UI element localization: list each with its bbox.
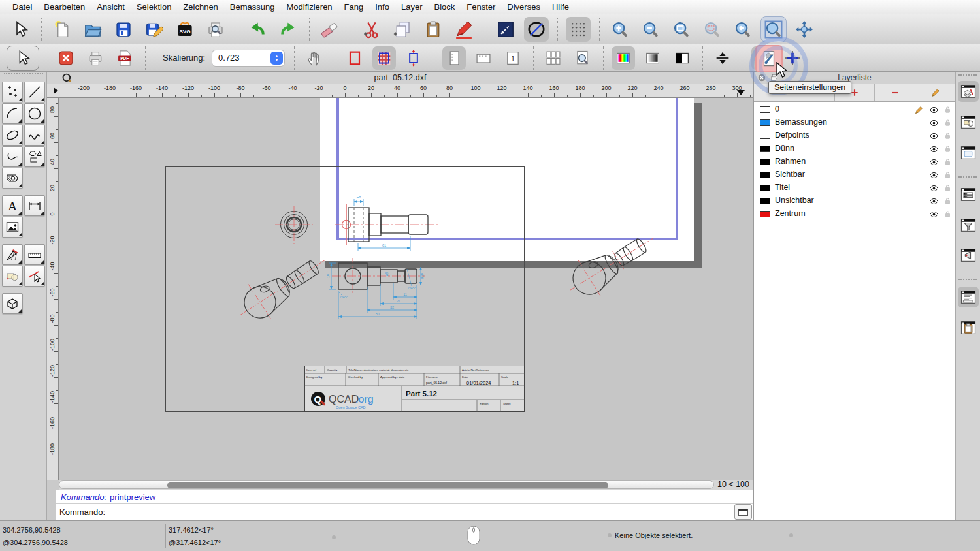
selection-tools-button[interactable]	[24, 266, 45, 287]
hairline-mode-button[interactable]	[711, 46, 734, 70]
filter-panel-button[interactable]	[958, 215, 979, 236]
layer-visibility-icon[interactable]	[929, 197, 939, 206]
measure-tools-button[interactable]	[24, 244, 45, 265]
pan-view-button[interactable]	[792, 17, 817, 42]
redo-button[interactable]	[276, 17, 301, 42]
cut-button[interactable]	[359, 17, 384, 42]
layer-color-swatch[interactable]	[760, 119, 770, 126]
layer-color-swatch[interactable]	[760, 185, 770, 191]
previous-view-button[interactable]	[730, 17, 755, 42]
zoom-window-button[interactable]	[761, 17, 786, 42]
undo-button[interactable]	[245, 17, 270, 42]
menu-layer[interactable]: Layer	[395, 2, 429, 12]
copy-button[interactable]	[390, 17, 415, 42]
misc-3d-tools-button[interactable]	[2, 293, 23, 314]
layer-row-defpoints[interactable]: Defpoints	[754, 129, 955, 142]
command-input[interactable]	[110, 505, 734, 519]
layer-lock-icon[interactable]	[943, 197, 952, 206]
scrollbar-thumb[interactable]	[167, 482, 608, 488]
layer-row-bemassungen[interactable]: Bemassungen	[754, 116, 955, 129]
layer-visibility-icon[interactable]	[929, 157, 939, 167]
layer-visibility-icon[interactable]	[929, 144, 939, 154]
hatch-tools-button[interactable]	[2, 168, 23, 189]
print-button[interactable]	[84, 46, 107, 70]
image-tool-button[interactable]	[2, 217, 23, 238]
layer-row-0[interactable]: 0	[754, 103, 955, 116]
layer-lock-icon[interactable]	[943, 183, 952, 193]
block-tools-button[interactable]	[2, 266, 23, 287]
menu-selektion[interactable]: Selektion	[131, 2, 177, 12]
selection-pointer-outline-button[interactable]	[7, 46, 39, 71]
black-white-mode-button[interactable]	[670, 46, 694, 70]
layer-edit-icon[interactable]	[914, 105, 924, 115]
layer-color-swatch[interactable]	[760, 106, 770, 113]
command-line-panel-button[interactable]	[958, 287, 979, 307]
scaling-combobox[interactable]: 0.723▲▼	[212, 50, 285, 67]
scrollbar-track[interactable]	[59, 480, 714, 489]
layer-row-titel[interactable]: Titel	[754, 181, 955, 195]
menu-bemassung[interactable]: Bemassung	[224, 2, 281, 12]
layer-color-swatch[interactable]	[760, 211, 770, 217]
layer-color-swatch[interactable]	[760, 198, 770, 204]
menu-datei[interactable]: Datei	[7, 2, 38, 12]
ellipse-tool-button[interactable]	[524, 17, 549, 42]
layer-visibility-icon[interactable]	[929, 131, 939, 141]
document-tab-bar[interactable]: part_05.12.dxf	[47, 72, 753, 84]
layer-visibility-icon[interactable]	[929, 183, 939, 193]
modify-tools-button[interactable]	[2, 244, 23, 265]
horizontal-scrollbar[interactable]: 10 < 100	[59, 480, 753, 490]
show-page-tiling-button[interactable]	[372, 46, 396, 70]
layer-color-swatch[interactable]	[760, 133, 770, 139]
spline-tools-button[interactable]	[24, 125, 45, 146]
layer-row-sichtbar[interactable]: Sichtbar	[754, 168, 955, 181]
new-document-button[interactable]	[50, 17, 74, 42]
zoom-in-button[interactable]	[608, 17, 632, 42]
layer-lock-icon[interactable]	[943, 118, 952, 127]
layer-lock-icon[interactable]	[943, 210, 952, 219]
layer-row-rahmen[interactable]: Rahmen	[754, 155, 955, 168]
detach-command-line-button[interactable]	[734, 504, 752, 520]
dimension-tools-button[interactable]	[24, 195, 45, 216]
menu-fenster[interactable]: Fenster	[461, 2, 501, 12]
menu-zeichnen[interactable]: Zeichnen	[177, 2, 223, 12]
layer-visibility-icon[interactable]	[929, 210, 939, 219]
menu-diverses[interactable]: Diverses	[501, 2, 546, 12]
property-editor-panel-button[interactable]	[958, 184, 979, 205]
single-page-mode-button[interactable]: 1	[501, 46, 525, 70]
view-list-panel-button[interactable]	[958, 142, 979, 163]
menu-block[interactable]: Block	[428, 2, 461, 12]
close-print-preview-button[interactable]	[54, 46, 78, 70]
layer-lock-icon[interactable]	[943, 157, 952, 166]
show-paper-borders-button[interactable]	[343, 46, 367, 70]
menu-hilfe[interactable]: Hilfe	[546, 2, 575, 12]
landscape-orientation-button[interactable]	[472, 46, 495, 70]
menu-bearbeiten[interactable]: Bearbeiten	[38, 2, 91, 12]
layer-row-unsichtbar[interactable]: Unsichtbar	[754, 195, 955, 208]
zoom-to-page-button[interactable]	[571, 46, 595, 70]
palette-drag-handle[interactable]	[4, 73, 43, 74]
selection-pointer-button[interactable]	[8, 17, 33, 42]
menu-modifizieren[interactable]: Modifizieren	[281, 2, 338, 12]
arc-tools-button[interactable]	[2, 103, 23, 124]
page-settings-button[interactable]	[757, 46, 781, 71]
move-paper-position-button[interactable]	[302, 46, 326, 70]
print-preview-button[interactable]	[203, 17, 228, 42]
multiple-pages-mode-button[interactable]	[542, 46, 565, 70]
menu-fang[interactable]: Fang	[338, 2, 370, 12]
edit-pen-button[interactable]	[451, 17, 476, 42]
layer-lock-icon[interactable]	[943, 144, 952, 153]
line-tools-button[interactable]	[24, 82, 45, 102]
layer-color-swatch[interactable]	[760, 172, 770, 178]
drawing-canvas[interactable]: Item ref Quantity Title/Name, destinatio…	[59, 98, 753, 480]
line-tool-button[interactable]	[493, 17, 518, 42]
layer-lock-icon[interactable]	[943, 170, 952, 180]
save-document-as-button[interactable]	[142, 17, 167, 42]
svg-export-button[interactable]: SVG	[172, 17, 197, 42]
text-tool-button[interactable]: A	[2, 195, 23, 216]
edit-layer-button[interactable]	[915, 84, 955, 101]
full-color-mode-button[interactable]	[612, 46, 635, 70]
polyline-tools-button[interactable]	[2, 146, 23, 167]
shape-tools-button[interactable]	[24, 146, 45, 167]
show-crop-marks-button[interactable]	[781, 46, 804, 70]
save-document-button[interactable]	[111, 17, 136, 42]
